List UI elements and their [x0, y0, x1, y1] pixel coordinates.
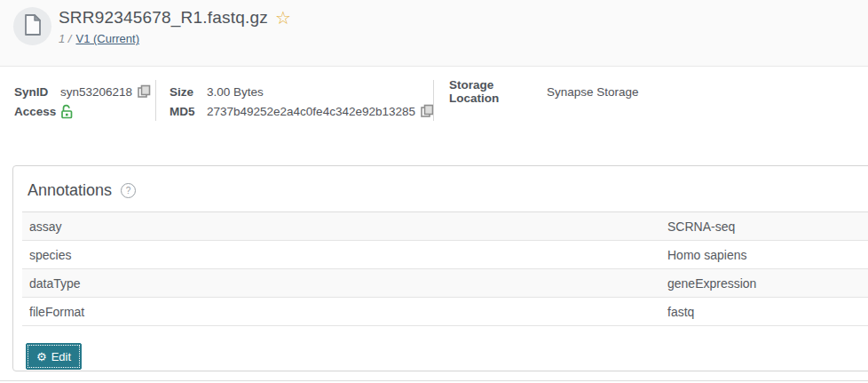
open-lock-icon[interactable] [60, 104, 74, 119]
copy-md5-icon[interactable] [421, 104, 434, 118]
annotation-key: assay [22, 219, 667, 234]
annotation-value: fastq [667, 305, 694, 319]
annotation-key: species [22, 248, 667, 262]
table-row: assay SCRNA-seq [22, 212, 868, 241]
annotations-panel: Annotations ? assay SCRNA-seq species Ho… [12, 165, 868, 371]
table-row: species Homo sapiens [22, 241, 868, 269]
annotations-table: assay SCRNA-seq species Homo sapiens dat… [22, 211, 868, 326]
version-breadcrumb: 1 / V1 (Current) [59, 32, 139, 45]
synid-label: SynID [14, 85, 60, 99]
meta-divider [155, 80, 156, 121]
synid-value: syn53206218 [60, 85, 132, 99]
page-title: SRR92345678_R1.fastq.gz [59, 8, 268, 28]
storage-location-label: Storage Location [449, 78, 547, 105]
gear-icon: ⚙ [36, 351, 47, 363]
md5-label: MD5 [170, 105, 207, 118]
annotations-title: Annotations [28, 181, 112, 200]
bottom-divider [0, 380, 868, 381]
help-icon[interactable]: ? [121, 183, 136, 198]
meta-divider [433, 80, 434, 121]
copy-synid-icon[interactable] [138, 84, 151, 99]
table-row: fileFormat fastq [22, 298, 868, 326]
annotation-value: geneExpression [667, 276, 756, 291]
version-current-link[interactable]: V1 (Current) [75, 32, 139, 45]
favorite-star-icon[interactable]: ☆ [275, 9, 291, 27]
file-metadata: SynID syn53206218 Access Size 3.00 [0, 68, 868, 142]
annotation-value: SCRNA-seq [667, 219, 735, 234]
annotation-value: Homo sapiens [667, 248, 747, 262]
size-label: Size [170, 85, 207, 99]
version-number: 1 / [59, 32, 71, 45]
storage-location-value: Synapse Storage [547, 85, 639, 99]
annotation-key: dataType [22, 276, 667, 291]
edit-annotations-button[interactable]: ⚙ Edit [26, 343, 82, 370]
table-row: dataType geneExpression [22, 269, 868, 298]
edit-button-label: Edit [51, 350, 71, 363]
md5-value: 2737b49252e2a4c0fe4c342e92b13285 [207, 105, 415, 118]
file-icon [24, 14, 42, 39]
file-header: SRR92345678_R1.fastq.gz ☆ 1 / V1 (Curren… [0, 0, 868, 67]
size-value: 3.00 Bytes [207, 85, 264, 99]
access-label: Access [14, 105, 60, 118]
file-avatar [13, 7, 51, 45]
annotation-key: fileFormat [22, 305, 667, 319]
